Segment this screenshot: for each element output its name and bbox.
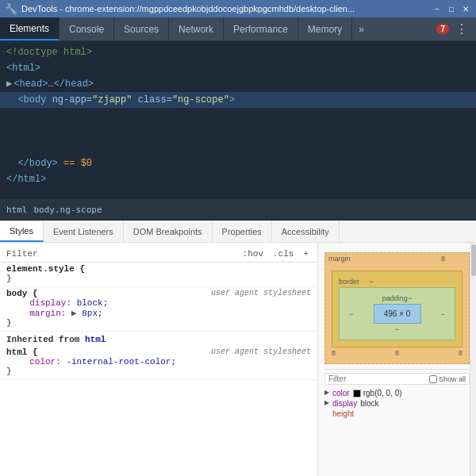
bm-margin: margin 8 border − padding− − 496 × 0 <box>324 252 470 364</box>
styles-content: Filter :hov .cls + element.style { } <box>0 243 476 476</box>
bm-border: border − padding− − 496 × 0 − − <box>332 271 463 347</box>
tab-more[interactable]: » <box>352 17 370 40</box>
computed-section: Show all ▶ color rgb(0, 0, 0) ▶ displa <box>324 369 470 419</box>
tab-event-listeners[interactable]: Event Listeners <box>44 221 124 242</box>
bm-content-row: − 496 × 0 − <box>346 304 448 324</box>
display-expand-arrow[interactable]: ▶ <box>324 399 329 408</box>
dom-line-html: <html> <box>0 60 476 76</box>
minimize-button[interactable]: − <box>432 3 443 14</box>
rule-header-html: html { user agent stylesheet <box>6 347 311 357</box>
bm-border-label: border − <box>339 278 455 286</box>
color-expand-arrow[interactable]: ▶ <box>324 389 329 397</box>
dom-panel: <!doctype html> <html> ▶<head>…</head> <… <box>0 41 476 200</box>
title-bar: 🔧 DevTools - chrome-extension://mgppdcee… <box>0 0 476 17</box>
tab-performance[interactable]: Performance <box>224 17 298 40</box>
tab-console[interactable]: Console <box>60 17 114 40</box>
dom-line-body[interactable]: <body ng-app="zjapp" class="ng-scope"> <box>0 92 476 108</box>
bm-padding: padding− − 496 × 0 − − <box>339 287 455 340</box>
tab-elements[interactable]: Elements <box>0 17 60 40</box>
rule-selector-body[interactable]: body { <box>6 289 38 298</box>
tab-network[interactable]: Network <box>169 17 224 40</box>
rule-prop-color: color: -internal-root-color; <box>6 357 311 367</box>
bm-margin-right: 8 <box>459 349 463 357</box>
bm-margin-left: 8 <box>332 349 336 357</box>
breadcrumb-bar: html body.ng-scope <box>0 200 476 221</box>
style-rule-body: body { user agent stylesheet display: bl… <box>0 287 317 332</box>
rule-brace-html: } <box>6 367 311 376</box>
bm-padding-bottom: − <box>395 325 399 333</box>
dom-line-head[interactable]: ▶<head>…</head> <box>0 76 476 92</box>
tab-accessibility[interactable]: Accessibility <box>272 221 340 242</box>
bm-margin-sides: 8 8 8 <box>332 349 463 357</box>
dom-line-body-close[interactable]: </body> == $0 <box>0 155 476 171</box>
window-title: DevTools - chrome-extension://mgppdceedp… <box>21 4 432 13</box>
style-rule-element: element.style { } <box>0 263 317 287</box>
maximize-button[interactable]: □ <box>446 3 457 14</box>
inherited-from-html: Inherited from html <box>0 332 317 346</box>
rule-source-body: user agent stylesheet <box>211 289 311 298</box>
filter-label: Filter <box>6 249 38 259</box>
box-model-container: margin 8 border − padding− − 496 × 0 <box>324 252 470 364</box>
kebab-menu-button[interactable]: ⋮ <box>452 21 471 36</box>
rule-selector-element[interactable]: element.style { <box>6 264 85 274</box>
bm-left-side: − <box>346 310 356 318</box>
hov-button[interactable]: :hov <box>240 248 266 259</box>
error-badge: 7 <box>436 24 449 34</box>
dom-line-doctype: <!doctype html> <box>0 44 476 60</box>
scrollbar-track <box>470 243 476 476</box>
scrollbar-thumb[interactable] <box>471 244 476 276</box>
rule-selector-html[interactable]: html { <box>6 347 38 357</box>
style-rule-html: html { user agent stylesheet color: -int… <box>0 346 317 380</box>
cls-button[interactable]: .cls <box>271 248 296 259</box>
devtools-icon: 🔧 <box>5 3 17 15</box>
bm-right-side: − <box>438 310 448 318</box>
computed-filter-bar: Show all <box>324 373 470 385</box>
bm-margin-label: margin <box>328 255 351 263</box>
rule-prop-margin: margin: ▶ 8px; <box>6 308 311 318</box>
computed-prop-height: ▶ height <box>324 409 470 419</box>
styles-filter-bar: Filter :hov .cls + <box>0 246 317 263</box>
styles-panel: Styles Event Listeners DOM Breakpoints P… <box>0 221 476 476</box>
show-all-label: Show all <box>429 375 466 383</box>
rule-prop-display: display: block; <box>6 298 311 308</box>
bm-content: 496 × 0 <box>374 304 421 324</box>
tab-bar: Elements Console Sources Network Perform… <box>0 17 476 41</box>
tab-properties[interactable]: Properties <box>213 221 272 242</box>
filter-tools: :hov .cls + <box>240 248 311 259</box>
color-swatch <box>353 390 361 397</box>
rule-brace-element: } <box>6 274 311 283</box>
add-style-button[interactable]: + <box>301 248 311 259</box>
tab-memory[interactable]: Memory <box>298 17 352 40</box>
bm-padding-top: padding− <box>382 294 412 302</box>
bm-margin-value: 8 <box>441 255 445 263</box>
rule-brace-body: } <box>6 318 311 328</box>
rule-header-element: element.style { <box>6 264 311 274</box>
rule-source-html: user agent stylesheet <box>211 347 311 357</box>
dom-line-html-close: </html> <box>0 171 476 187</box>
breadcrumb-body[interactable]: body.ng-scope <box>34 205 102 215</box>
computed-filter-input[interactable] <box>328 374 376 383</box>
bm-margin-bottom-val: 8 <box>395 349 399 357</box>
tab-sources[interactable]: Sources <box>114 17 169 40</box>
close-button[interactable]: ✕ <box>460 3 471 14</box>
dom-empty-space <box>0 108 476 155</box>
window-controls: − □ ✕ <box>432 3 471 14</box>
devtools-main: <!doctype html> <html> ▶<head>…</head> <… <box>0 41 476 476</box>
styles-left[interactable]: Filter :hov .cls + element.style { } <box>0 243 317 476</box>
show-all-checkbox[interactable] <box>429 375 437 383</box>
tab-styles[interactable]: Styles <box>0 221 44 242</box>
tab-dom-breakpoints[interactable]: DOM Breakpoints <box>124 221 213 242</box>
styles-filter-input[interactable] <box>41 249 237 259</box>
styles-tabs: Styles Event Listeners DOM Breakpoints P… <box>0 221 476 243</box>
expand-arrow-head: ▶ <box>6 79 12 90</box>
rule-header-body: body { user agent stylesheet <box>6 289 311 298</box>
tab-right-controls: 7 ⋮ <box>436 17 476 40</box>
computed-prop-color: ▶ color rgb(0, 0, 0) <box>324 388 470 398</box>
margin-expand[interactable]: ▶ <box>71 309 77 318</box>
box-model-panel: margin 8 border − padding− − 496 × 0 <box>317 243 476 476</box>
breadcrumb-html[interactable]: html <box>6 205 28 215</box>
computed-prop-display: ▶ display block <box>324 398 470 409</box>
